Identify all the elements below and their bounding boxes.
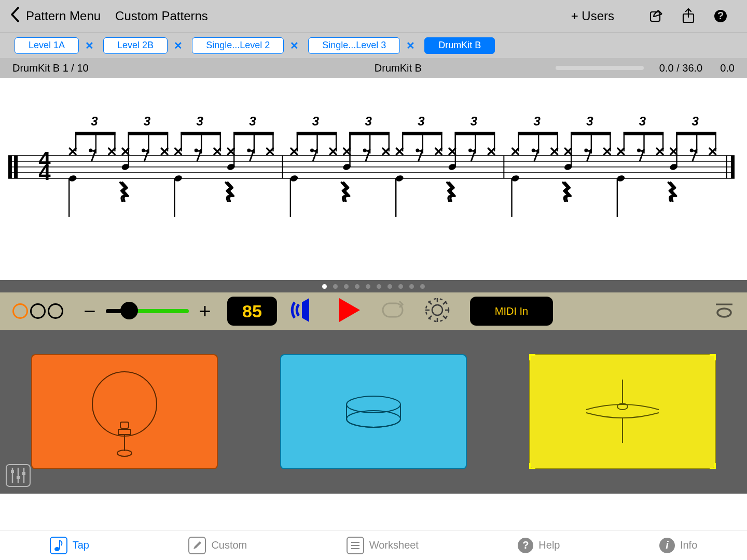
page-dot[interactable] bbox=[398, 284, 403, 289]
svg-rect-167 bbox=[120, 422, 129, 428]
question-icon: ? bbox=[518, 538, 533, 553]
mixer-icon[interactable] bbox=[5, 464, 31, 489]
back-chevron-icon[interactable] bbox=[10, 6, 20, 26]
pad-kick[interactable] bbox=[31, 354, 218, 469]
play-button[interactable] bbox=[337, 297, 362, 325]
bottom-tab-tap[interactable]: Tap bbox=[50, 537, 89, 554]
help-icon[interactable]: ? bbox=[713, 8, 728, 24]
status-title: DrumKit B bbox=[189, 62, 556, 74]
tab-close-3[interactable]: ✕ bbox=[406, 39, 415, 52]
svg-point-131 bbox=[584, 149, 588, 152]
lines-icon bbox=[347, 537, 364, 554]
pattern-menu-button[interactable]: Pattern Menu bbox=[26, 9, 101, 23]
svg-point-165 bbox=[717, 309, 731, 317]
notation-area: 44333333333333 bbox=[0, 78, 747, 280]
svg-point-95 bbox=[416, 149, 419, 152]
svg-point-71 bbox=[310, 149, 314, 152]
svg-text:3: 3 bbox=[144, 114, 151, 128]
svg-point-107 bbox=[468, 149, 472, 152]
svg-text:3: 3 bbox=[196, 114, 203, 128]
svg-point-23 bbox=[89, 149, 92, 152]
svg-point-47 bbox=[195, 149, 198, 152]
count-bead bbox=[48, 303, 63, 319]
svg-text:3: 3 bbox=[639, 114, 646, 128]
tab-4[interactable]: DrumKit B bbox=[424, 37, 495, 54]
page-dot[interactable] bbox=[409, 284, 414, 289]
midi-in-button[interactable]: MIDI In bbox=[470, 297, 553, 326]
page-dot[interactable] bbox=[420, 284, 425, 289]
pad-hihat[interactable] bbox=[529, 354, 716, 469]
bottom-tab-custom[interactable]: Custom bbox=[188, 537, 247, 554]
bottom-tab-help[interactable]: ?Help bbox=[518, 538, 560, 553]
status-value: 0.0 bbox=[720, 62, 735, 74]
add-users-button[interactable]: + Users bbox=[571, 9, 614, 23]
page-dot[interactable] bbox=[366, 284, 370, 289]
whole-note-icon[interactable] bbox=[714, 301, 735, 321]
tab-2[interactable]: Single...Level 2 bbox=[192, 37, 284, 54]
speaker-icon[interactable] bbox=[289, 297, 319, 325]
info-icon: i bbox=[659, 538, 675, 553]
tab-close-0[interactable]: ✕ bbox=[85, 39, 94, 52]
tempo-slider[interactable] bbox=[106, 309, 189, 313]
svg-point-83 bbox=[363, 149, 367, 152]
svg-text:3: 3 bbox=[691, 114, 699, 128]
share-icon[interactable] bbox=[681, 8, 696, 24]
svg-rect-161 bbox=[383, 303, 403, 317]
svg-point-162 bbox=[432, 305, 442, 315]
compose-icon[interactable] bbox=[648, 8, 664, 24]
count-bead bbox=[30, 303, 46, 319]
bottom-tab-label: Help bbox=[538, 539, 560, 551]
bottom-tab-label: Info bbox=[680, 539, 697, 551]
page-dot[interactable] bbox=[333, 284, 338, 289]
bottom-tab-label: Tap bbox=[73, 539, 89, 551]
bottom-tab-info[interactable]: iInfo bbox=[659, 538, 697, 553]
note-icon bbox=[50, 537, 67, 554]
svg-text:?: ? bbox=[717, 10, 724, 21]
tabs-row: Level 1A✕Level 2B✕Single...Level 2✕Singl… bbox=[0, 32, 747, 58]
svg-text:3: 3 bbox=[533, 114, 541, 128]
tempo-display[interactable]: 85 bbox=[227, 297, 277, 326]
pad-snare[interactable] bbox=[280, 354, 467, 469]
svg-point-35 bbox=[142, 149, 145, 152]
svg-point-155 bbox=[690, 149, 694, 152]
svg-point-119 bbox=[532, 149, 535, 152]
loop-icon[interactable] bbox=[381, 298, 405, 324]
svg-rect-181 bbox=[17, 476, 20, 479]
bottom-tab-bar: TapCustomWorksheet?HelpiInfo bbox=[0, 530, 747, 560]
svg-rect-168 bbox=[118, 429, 131, 435]
bottom-tab-worksheet[interactable]: Worksheet bbox=[347, 537, 419, 554]
page-dot[interactable] bbox=[388, 284, 392, 289]
svg-rect-13 bbox=[731, 156, 735, 178]
tab-0[interactable]: Level 1A bbox=[15, 37, 79, 54]
tab-3[interactable]: Single...Level 3 bbox=[308, 37, 400, 54]
page-dot[interactable] bbox=[322, 284, 327, 289]
tab-1[interactable]: Level 2B bbox=[103, 37, 168, 54]
controls-wrapper: − + 85 MIDI In bbox=[0, 280, 747, 494]
page-dot[interactable] bbox=[377, 284, 381, 289]
page-dot[interactable] bbox=[344, 284, 349, 289]
svg-text:3: 3 bbox=[471, 114, 478, 128]
svg-text:3: 3 bbox=[365, 114, 372, 128]
bottom-tab-label: Worksheet bbox=[369, 539, 419, 551]
svg-rect-9 bbox=[8, 156, 12, 178]
slider-knob[interactable] bbox=[120, 302, 138, 319]
svg-point-143 bbox=[637, 149, 641, 152]
drum-pads bbox=[0, 330, 747, 494]
svg-text:3: 3 bbox=[249, 114, 256, 128]
tempo-plus-button[interactable]: + bbox=[197, 300, 213, 323]
svg-rect-182 bbox=[22, 472, 25, 475]
page-dot[interactable] bbox=[355, 284, 359, 289]
svg-text:3: 3 bbox=[312, 114, 320, 128]
svg-text:4: 4 bbox=[38, 160, 51, 185]
bottom-tab-label: Custom bbox=[211, 539, 247, 551]
svg-point-59 bbox=[247, 149, 251, 152]
status-score: 0.0 / 36.0 bbox=[659, 62, 702, 74]
settings-gear-icon[interactable] bbox=[423, 296, 451, 326]
tempo-minus-button[interactable]: − bbox=[82, 300, 98, 323]
page-indicator[interactable] bbox=[0, 280, 747, 292]
svg-point-183 bbox=[54, 547, 60, 551]
status-row: DrumKit B 1 / 10 DrumKit B 0.0 / 36.0 0.… bbox=[0, 58, 747, 78]
tab-close-2[interactable]: ✕ bbox=[290, 39, 299, 52]
tab-close-1[interactable]: ✕ bbox=[174, 39, 183, 52]
page-title: Custom Patterns bbox=[115, 9, 208, 23]
